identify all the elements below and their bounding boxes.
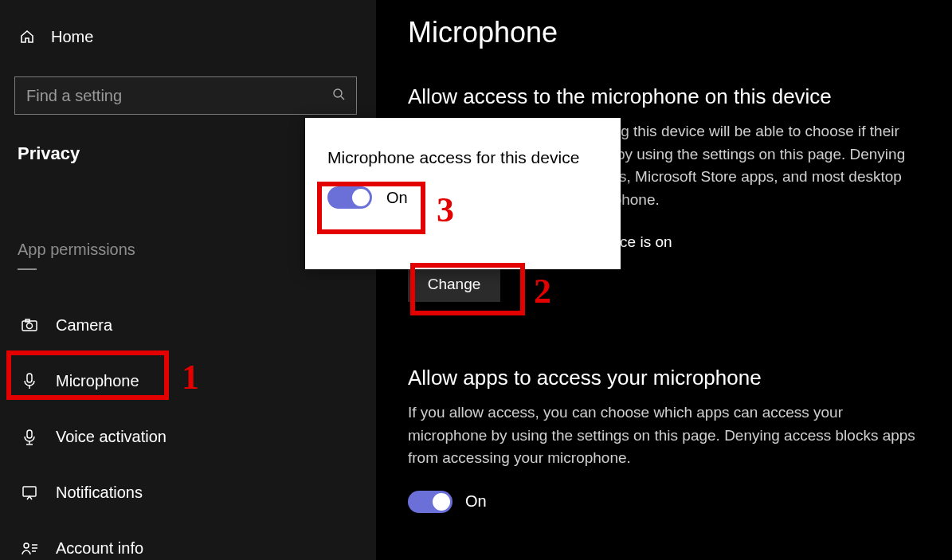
section-title-apps-access: Allow apps to access your microphone	[408, 366, 920, 390]
device-access-toggle-label: On	[386, 189, 408, 207]
apps-access-toggle[interactable]	[408, 491, 452, 513]
apps-access-toggle-label: On	[465, 492, 487, 511]
change-button[interactable]: Change	[408, 267, 500, 302]
nav-list: Camera Microphone Voice activation	[14, 303, 362, 560]
microphone-icon	[21, 372, 38, 390]
change-popup: Microphone access for this device On	[305, 118, 621, 269]
notifications-icon	[21, 484, 38, 501]
svg-point-0	[334, 89, 342, 97]
main-content: Microphone Allow access to the microphon…	[376, 0, 952, 560]
voice-activation-icon	[21, 428, 38, 445]
home-icon	[19, 29, 35, 45]
sidebar-item-microphone[interactable]: Microphone	[14, 359, 362, 402]
settings-sidebar: Home Privacy App permissions Camera	[0, 0, 376, 560]
section-title-device-access: Allow access to the microphone on this d…	[408, 84, 920, 109]
popup-title: Microphone access for this device	[327, 147, 598, 169]
section-body-apps-access: If you allow access, you can choose whic…	[408, 401, 920, 470]
sidebar-item-label: Camera	[56, 316, 112, 335]
home-nav-item[interactable]: Home	[14, 19, 362, 54]
sidebar-item-label: Microphone	[56, 372, 139, 390]
svg-point-2	[27, 323, 33, 329]
toggle-knob	[433, 493, 450, 511]
sidebar-item-label: Account info	[56, 539, 143, 558]
section-header-underline	[18, 268, 37, 270]
toggle-knob	[352, 189, 370, 206]
search-icon	[332, 88, 345, 104]
search-box[interactable]	[14, 76, 357, 115]
svg-rect-6	[23, 487, 36, 496]
home-label: Home	[51, 28, 93, 46]
sidebar-item-label: Notifications	[56, 484, 143, 502]
apps-access-toggle-row: On	[408, 491, 920, 513]
search-input[interactable]	[26, 87, 326, 105]
page-title: Microphone	[408, 16, 920, 49]
sidebar-item-voice-activation[interactable]: Voice activation	[14, 415, 362, 458]
sidebar-item-account-info[interactable]: Account info	[14, 527, 362, 560]
sidebar-item-notifications[interactable]: Notifications	[14, 471, 362, 514]
popup-toggle-row: On	[327, 186, 598, 209]
svg-rect-5	[27, 430, 32, 438]
device-access-toggle[interactable]	[327, 186, 372, 209]
svg-rect-4	[27, 374, 32, 382]
sidebar-item-camera[interactable]: Camera	[14, 303, 362, 347]
camera-icon	[21, 316, 38, 334]
sidebar-item-label: Voice activation	[56, 428, 167, 446]
svg-point-7	[24, 543, 29, 548]
account-info-icon	[21, 539, 38, 557]
